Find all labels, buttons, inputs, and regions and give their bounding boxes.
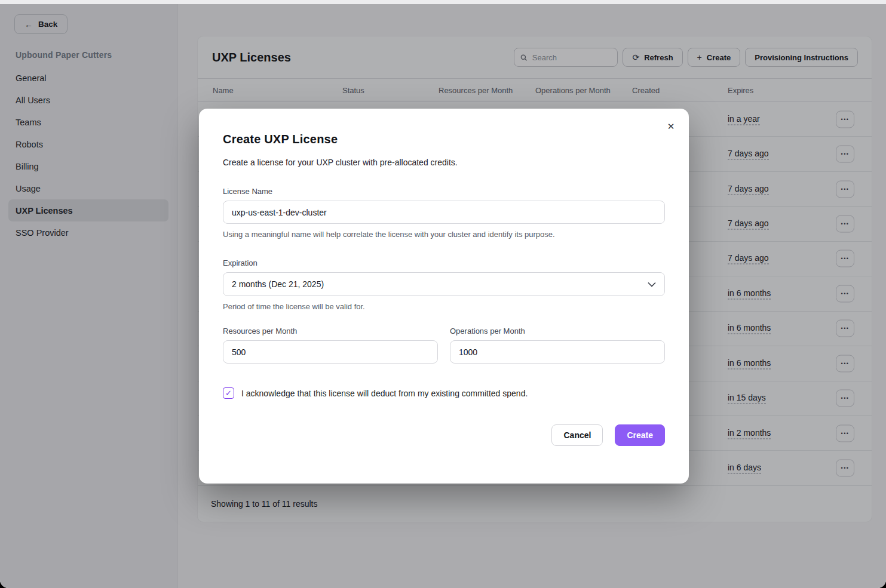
screen: ← Back Upbound Paper Cutters General All… [0,0,886,588]
license-name-helper: Using a meaningful name will help correl… [223,230,665,239]
expiration-label: Expiration [223,258,665,267]
acknowledge-label: I acknowledge that this license will ded… [241,389,528,398]
operations-label: Operations per Month [450,327,665,335]
resources-field: Resources per Month [223,327,438,364]
resources-input[interactable] [223,340,438,364]
modal-actions: Cancel Create [223,424,665,446]
expiration-select[interactable]: 2 months (Dec 21, 2025) [223,272,665,296]
expiration-helper: Period of time the license will be valid… [223,302,665,311]
modal-title: Create UXP License [223,133,665,146]
acknowledge-checkbox[interactable]: ✓ [223,387,234,399]
close-button[interactable]: ✕ [663,118,679,135]
modal-description: Create a license for your UXP cluster wi… [223,158,665,167]
credits-row: Resources per Month Operations per Month [223,327,665,364]
window-top-strip [0,0,886,4]
create-uxp-license-modal: ✕ Create UXP License Create a license fo… [199,109,689,484]
acknowledge-row: ✓ I acknowledge that this license will d… [223,387,665,399]
expiration-selected-value: 2 months (Dec 21, 2025) [232,279,324,289]
resources-label: Resources per Month [223,327,438,335]
chevron-down-icon [648,282,656,287]
operations-input[interactable] [450,340,665,364]
cancel-button[interactable]: Cancel [551,424,603,446]
app-window: ← Back Upbound Paper Cutters General All… [0,0,886,588]
modal-create-button[interactable]: Create [615,424,665,446]
operations-field: Operations per Month [450,327,665,364]
checkmark-icon: ✓ [225,389,232,398]
close-icon: ✕ [667,121,675,131]
license-name-input[interactable] [223,201,665,224]
license-name-label: License Name [223,187,665,196]
